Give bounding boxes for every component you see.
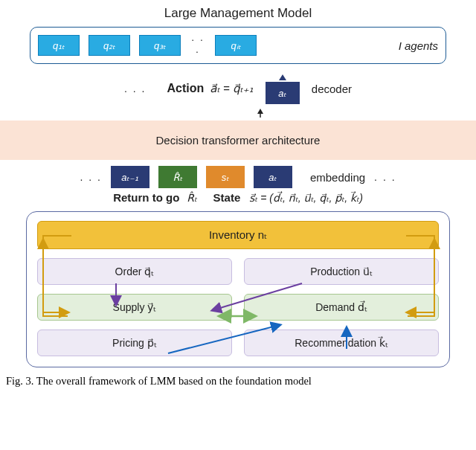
embed-right-ellipsis: . . . bbox=[374, 171, 396, 183]
state-label: State bbox=[213, 191, 241, 204]
action-label: Action bbox=[167, 82, 204, 95]
rtg-label: Return to go bbox=[113, 191, 179, 204]
embedding-label: embedding bbox=[310, 171, 365, 184]
order-card: Order q⃗ₜ bbox=[37, 258, 232, 285]
arrow-up-small-icon bbox=[255, 107, 266, 118]
agent-ellipsis: · · · bbox=[190, 33, 206, 57]
agent-row: q₁ₜ q₂ₜ q₃ₜ · · · qᵢₜ I agents bbox=[30, 27, 446, 64]
demand-card: Demand d⃗ₜ bbox=[244, 294, 439, 321]
embed-a-prev: aₜ₋₁ bbox=[111, 166, 149, 188]
agent-q1: q₁ₜ bbox=[38, 35, 80, 56]
embed-rtg: R̂ₜ bbox=[158, 166, 197, 188]
environment-box: Inventory nₜ Order q⃗ₜ Production u⃗ₜ Su… bbox=[26, 211, 450, 367]
action-row: . . . Action a⃗ₜ = q⃗ₜ₊₁ aₜ decoder bbox=[0, 73, 476, 104]
action-box: aₜ bbox=[266, 82, 300, 104]
agent-q2: q₂ₜ bbox=[89, 35, 130, 56]
pricing-card: Pricing p⃗ₜ bbox=[37, 330, 232, 356]
agents-count-label: I agents bbox=[399, 39, 438, 52]
recommendation-card: Recommendation k⃗ₜ bbox=[244, 330, 439, 356]
agent-qI: qᵢₜ bbox=[215, 35, 257, 56]
inventory-card: Inventory nₜ bbox=[37, 221, 439, 249]
state-return-row: Return to go R̂ₜ State s⃗ₜ = (d⃗ₜ, n⃗ₜ, … bbox=[0, 191, 476, 204]
decision-transformer: Decision transformer architecture bbox=[0, 120, 476, 160]
supply-card: Supply y⃗ₜ bbox=[37, 294, 232, 321]
production-card: Production u⃗ₜ bbox=[244, 258, 439, 285]
rtg-symbol: R̂ₜ bbox=[187, 192, 197, 204]
embed-a: aₜ bbox=[254, 166, 292, 188]
embed-state: sₜ bbox=[206, 166, 245, 188]
action-equation: a⃗ₜ = q⃗ₜ₊₁ bbox=[210, 82, 254, 95]
action-left-ellipsis: . . . bbox=[124, 83, 146, 94]
embed-left-ellipsis: . . . bbox=[80, 171, 101, 183]
agent-q3: q₃ₜ bbox=[139, 35, 181, 56]
figure-caption: Fig. 3. The overall framework of LMM bas… bbox=[6, 375, 476, 388]
diagram-title: Large Management Model bbox=[0, 6, 476, 21]
embedding-row: . . . aₜ₋₁ R̂ₜ sₜ aₜ embedding . . . bbox=[0, 166, 476, 188]
decoder-label: decoder bbox=[312, 83, 352, 95]
state-equation: s⃗ₜ = (d⃗ₜ, n⃗ₜ, u⃗ₜ, q⃗ₜ, p⃗ₜ, k⃗ₜ) bbox=[249, 192, 363, 204]
